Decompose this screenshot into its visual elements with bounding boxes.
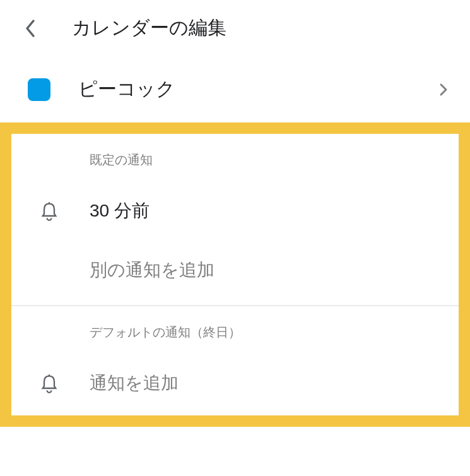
default-notifications-section: 既定の通知 30 分前 別の通知を追加 (11, 134, 459, 305)
calendar-name: ピーコック (78, 76, 436, 102)
add-allday-notification-button[interactable]: 通知を追加 (11, 351, 459, 415)
bell-icon (39, 201, 59, 221)
add-allday-notification-label: 通知を追加 (90, 371, 179, 395)
add-notification-button[interactable]: 別の通知を追加 (11, 243, 459, 305)
notifications-highlight-box: 既定の通知 30 分前 別の通知を追加 デフォルトの通知（終日） 通知を追加 (0, 122, 470, 427)
allday-notifications-section: デフォルトの通知（終日） 通知を追加 (11, 306, 459, 415)
header: カレンダーの編集 (0, 0, 470, 61)
allday-notifications-header: デフォルトの通知（終日） (11, 324, 459, 351)
calendar-color-swatch (28, 78, 50, 101)
bell-icon (39, 373, 59, 393)
add-notification-label: 別の通知を追加 (90, 258, 446, 282)
notification-item-label: 30 分前 (90, 199, 150, 223)
back-icon[interactable] (19, 17, 42, 40)
chevron-right-icon (436, 82, 451, 97)
notification-item[interactable]: 30 分前 (11, 179, 459, 243)
default-notifications-header: 既定の通知 (11, 152, 459, 179)
page-title: カレンダーの編集 (72, 15, 226, 41)
calendar-color-row[interactable]: ピーコック (0, 61, 470, 122)
